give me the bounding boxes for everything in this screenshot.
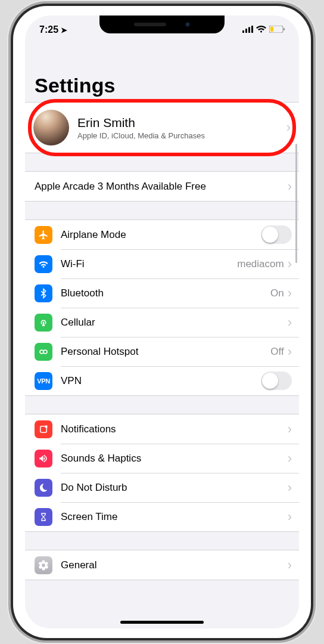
cellular-row[interactable]: Cellular › <box>25 308 299 337</box>
svg-point-7 <box>40 350 43 354</box>
wifi-icon <box>35 255 52 273</box>
notch <box>99 16 225 33</box>
dnd-row[interactable]: Do Not Disturb › <box>25 473 299 502</box>
group-profile: Erin Smith Apple ID, iCloud, Media & Pur… <box>25 102 299 153</box>
general-row[interactable]: General › <box>25 550 299 580</box>
chevron-right-icon: › <box>288 256 292 272</box>
chevron-right-icon: › <box>288 422 292 437</box>
airplane-mode-row[interactable]: Airplane Mode <box>25 220 299 249</box>
vpn-row[interactable]: VPN VPN <box>25 366 299 395</box>
group-notifications: Notifications › Sounds & Haptics › Do No… <box>25 414 299 532</box>
chevron-right-icon: › <box>288 558 292 573</box>
bluetooth-icon <box>35 284 52 302</box>
group-network: Airplane Mode Wi-Fi mediacom › Bluetooth… <box>25 219 299 396</box>
chevron-right-icon: › <box>288 451 292 466</box>
moon-icon <box>35 479 52 497</box>
svg-rect-5 <box>284 28 285 30</box>
page-title: Settings <box>25 44 299 102</box>
svg-rect-2 <box>248 27 250 33</box>
profile-name: Erin Smith <box>77 116 286 130</box>
svg-point-10 <box>45 425 48 428</box>
chevron-right-icon: › <box>288 286 292 301</box>
gear-icon <box>35 556 52 574</box>
sounds-icon <box>35 450 52 467</box>
scroll-indicator[interactable] <box>295 144 297 263</box>
wifi-icon <box>256 24 266 35</box>
svg-point-8 <box>43 350 47 354</box>
hotspot-icon <box>35 343 52 361</box>
wifi-row[interactable]: Wi-Fi mediacom › <box>25 249 299 278</box>
svg-rect-0 <box>242 30 244 33</box>
apple-arcade-promo-row[interactable]: Apple Arcade 3 Months Available Free › <box>25 172 299 201</box>
svg-rect-6 <box>270 27 273 32</box>
svg-rect-1 <box>245 29 247 33</box>
chevron-right-icon: › <box>288 179 292 194</box>
svg-rect-3 <box>251 26 253 33</box>
chevron-right-icon: › <box>288 480 292 496</box>
battery-icon <box>269 24 285 35</box>
chevron-right-icon: › <box>288 509 292 525</box>
sounds-row[interactable]: Sounds & Haptics › <box>25 444 299 473</box>
screentime-row[interactable]: Screen Time › <box>25 502 299 531</box>
hotspot-row[interactable]: Personal Hotspot Off › <box>25 337 299 366</box>
vpn-icon: VPN <box>35 372 52 390</box>
promo-label: Apple Arcade 3 Months Available Free <box>35 181 288 193</box>
home-indicator[interactable] <box>120 621 204 624</box>
chevron-right-icon: › <box>288 315 292 330</box>
group-general: General › <box>25 550 299 580</box>
bluetooth-row[interactable]: Bluetooth On › <box>25 278 299 308</box>
location-icon: ➤ <box>61 26 67 35</box>
airplane-icon <box>35 226 52 244</box>
phone-frame: 7:25 ➤ Settings Erin Smith <box>13 6 311 638</box>
group-promo: Apple Arcade 3 Months Available Free › <box>25 171 299 202</box>
notifications-row[interactable]: Notifications › <box>25 414 299 444</box>
apple-id-row[interactable]: Erin Smith Apple ID, iCloud, Media & Pur… <box>25 103 299 153</box>
hourglass-icon <box>35 508 52 526</box>
avatar <box>33 110 69 145</box>
airplane-toggle[interactable] <box>261 225 292 244</box>
cellular-icon <box>242 24 253 35</box>
cellular-icon <box>35 314 52 332</box>
screen: 7:25 ➤ Settings Erin Smith <box>25 16 299 628</box>
status-time: 7:25 <box>39 24 58 35</box>
chevron-right-icon: › <box>288 344 292 360</box>
profile-sub: Apple ID, iCloud, Media & Purchases <box>77 131 286 140</box>
vpn-toggle[interactable] <box>261 371 292 390</box>
notifications-icon <box>35 420 52 438</box>
chevron-right-icon: › <box>286 120 291 135</box>
